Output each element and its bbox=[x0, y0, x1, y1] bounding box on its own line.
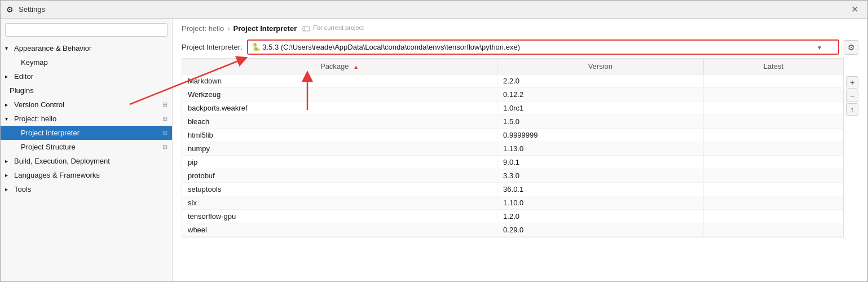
interpreter-row: Project Interpreter: 🐍 3.5.3 (C:\Users\r… bbox=[173, 36, 867, 58]
package-latest bbox=[703, 88, 843, 102]
sidebar-item-version-control[interactable]: ▸ Version Control ⊞ bbox=[1, 98, 172, 112]
package-version: 2.2.0 bbox=[497, 74, 704, 88]
package-name: six bbox=[182, 196, 497, 210]
package-version: 36.0.1 bbox=[497, 183, 704, 196]
table-row: protobuf 3.3.0 bbox=[182, 169, 843, 183]
package-latest bbox=[703, 129, 843, 142]
package-latest bbox=[703, 183, 843, 196]
sidebar-item-tools[interactable]: ▸ Tools bbox=[1, 182, 172, 196]
table-row: backports.weakref 1.0rc1 bbox=[182, 102, 843, 115]
sidebar-label-languages-frameworks: Languages & Frameworks bbox=[14, 171, 100, 179]
chevron-down-icon-project: ▾ bbox=[5, 116, 12, 122]
search-input[interactable] bbox=[5, 23, 168, 37]
sidebar-item-appearance-behavior[interactable]: ▾ Appearance & Behavior bbox=[1, 41, 172, 55]
col-package[interactable]: Package ▲ bbox=[182, 59, 497, 74]
sidebar-label-version-control: Version Control bbox=[14, 100, 64, 109]
package-latest bbox=[703, 115, 843, 129]
gear-icon: ⚙ bbox=[848, 43, 855, 52]
settings-icon: ⚙ bbox=[6, 5, 15, 14]
package-name: numpy bbox=[182, 142, 497, 156]
packages-table: Package ▲ Version Latest bbox=[182, 59, 843, 237]
sidebar-item-project-structure[interactable]: Project Structure ⊞ bbox=[1, 140, 172, 154]
sidebar-label-build-execution: Build, Execution, Deployment bbox=[14, 157, 110, 165]
col-latest[interactable]: Latest bbox=[703, 59, 843, 74]
package-version: 1.0rc1 bbox=[497, 102, 704, 115]
package-version: 0.12.2 bbox=[497, 88, 704, 102]
settings-icon-vc: ⊞ bbox=[162, 101, 168, 108]
close-button[interactable]: ✕ bbox=[848, 3, 862, 16]
col-version[interactable]: Version bbox=[497, 59, 704, 74]
chevron-down-icon: ▾ bbox=[5, 45, 12, 51]
table-header-row: Package ▲ Version Latest bbox=[182, 59, 843, 74]
package-name: backports.weakref bbox=[182, 102, 497, 115]
chevron-right-icon-tools: ▸ bbox=[5, 186, 12, 192]
package-latest bbox=[703, 74, 843, 88]
chevron-right-icon-vc: ▸ bbox=[5, 102, 12, 108]
sidebar-label-plugins: Plugins bbox=[10, 86, 34, 95]
package-version: 3.3.0 bbox=[497, 169, 704, 183]
package-latest bbox=[703, 223, 843, 237]
package-name: protobuf bbox=[182, 169, 497, 183]
package-version: 9.0.1 bbox=[497, 156, 704, 169]
package-latest bbox=[703, 156, 843, 169]
upgrade-package-button[interactable]: ↑ bbox=[846, 103, 858, 116]
main-container: ▾ Appearance & Behavior Keymap ▸ Editor … bbox=[1, 19, 867, 282]
chevron-right-icon: ▸ bbox=[5, 73, 12, 80]
package-version: 0.29.0 bbox=[497, 223, 704, 237]
table-actions: + − ↑ bbox=[846, 58, 858, 237]
table-row: Markdown 2.2.0 bbox=[182, 74, 843, 88]
sidebar-label-project-structure: Project Structure bbox=[21, 143, 76, 151]
interpreter-select[interactable]: 🐍 3.5.3 (C:\Users\reade\AppData\Local\co… bbox=[248, 41, 838, 54]
package-version: 1.5.0 bbox=[497, 115, 704, 129]
package-name: setuptools bbox=[182, 183, 497, 196]
package-latest bbox=[703, 196, 843, 210]
remove-package-button[interactable]: − bbox=[846, 90, 858, 102]
package-version: 1.10.0 bbox=[497, 196, 704, 210]
package-version: 0.9999999 bbox=[497, 129, 704, 142]
packages-section: Package ▲ Version Latest bbox=[182, 58, 858, 237]
package-latest bbox=[703, 210, 843, 223]
table-row: Werkzeug 0.12.2 bbox=[182, 88, 843, 102]
sidebar-label-project-hello: Project: hello bbox=[14, 114, 56, 123]
package-name: pip bbox=[182, 156, 497, 169]
sidebar-item-languages-frameworks[interactable]: ▸ Languages & Frameworks bbox=[1, 168, 172, 182]
settings-icon-structure: ⊞ bbox=[162, 143, 168, 151]
interpreter-select-wrapper: 🐍 3.5.3 (C:\Users\reade\AppData\Local\co… bbox=[247, 39, 839, 55]
sidebar-label-tools: Tools bbox=[14, 185, 31, 193]
breadcrumb-parent: Project: hello bbox=[182, 24, 224, 33]
sidebar-item-project-interpreter[interactable]: Project Interpreter ⊞ bbox=[1, 126, 172, 140]
sidebar-item-editor[interactable]: ▸ Editor bbox=[1, 69, 172, 83]
sidebar-item-build-execution[interactable]: ▸ Build, Execution, Deployment bbox=[1, 154, 172, 168]
content-area: Project: hello › Project Interpreter For… bbox=[173, 19, 867, 282]
add-package-button[interactable]: + bbox=[846, 76, 858, 89]
search-bar bbox=[1, 19, 172, 41]
sort-arrow-icon: ▲ bbox=[353, 64, 359, 70]
sidebar: ▾ Appearance & Behavior Keymap ▸ Editor … bbox=[1, 19, 173, 282]
breadcrumb-current: Project Interpreter bbox=[233, 24, 297, 33]
interpreter-label: Project Interpreter: bbox=[182, 43, 243, 51]
table-row: wheel 0.29.0 bbox=[182, 223, 843, 237]
table-row: six 1.10.0 bbox=[182, 196, 843, 210]
title-bar: ⚙ Settings ✕ bbox=[1, 1, 867, 19]
package-name: tensorflow-gpu bbox=[182, 210, 497, 223]
sidebar-item-keymap[interactable]: Keymap bbox=[1, 55, 172, 69]
package-name: bleach bbox=[182, 115, 497, 129]
interpreter-gear-button[interactable]: ⚙ bbox=[844, 40, 858, 55]
settings-icon-project: ⊞ bbox=[162, 115, 168, 122]
package-name: Markdown bbox=[182, 74, 497, 88]
svg-rect-0 bbox=[303, 27, 310, 31]
sidebar-label-editor: Editor bbox=[14, 72, 33, 81]
sidebar-label-project-interpreter: Project Interpreter bbox=[21, 129, 80, 137]
package-latest bbox=[703, 102, 843, 115]
sidebar-label-appearance: Appearance & Behavior bbox=[14, 44, 91, 52]
breadcrumb-tag: For current project bbox=[302, 24, 364, 32]
table-row: tensorflow-gpu 1.2.0 bbox=[182, 210, 843, 223]
table-row: bleach 1.5.0 bbox=[182, 115, 843, 129]
sidebar-label-keymap: Keymap bbox=[21, 58, 48, 67]
sidebar-item-plugins[interactable]: Plugins bbox=[1, 83, 172, 98]
package-name: Werkzeug bbox=[182, 88, 497, 102]
package-name: html5lib bbox=[182, 129, 497, 142]
sidebar-item-project-hello[interactable]: ▾ Project: hello ⊞ bbox=[1, 112, 172, 126]
chevron-right-icon-build: ▸ bbox=[5, 158, 12, 164]
package-latest bbox=[703, 169, 843, 183]
